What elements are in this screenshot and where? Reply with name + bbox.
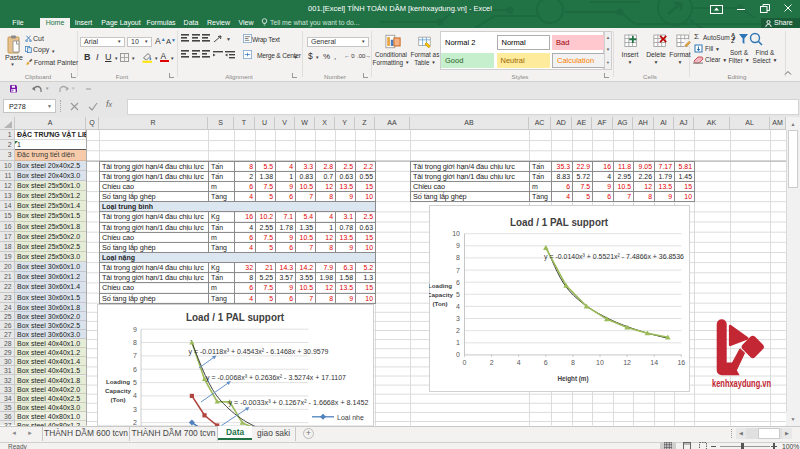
svg-text:8: 8 xyxy=(570,359,574,366)
svg-text:2: 2 xyxy=(133,419,137,426)
svg-text:0: 0 xyxy=(456,351,460,358)
svg-text:y = -0.0140x³ + 0.5521x² - 7.4: y = -0.0140x³ + 0.5521x² - 7.4866x + 36.… xyxy=(544,251,684,260)
svg-text:y = -0.0118x³ + 0.4543x² - 6.1: y = -0.0118x³ + 0.4543x² - 6.1468x + 30.… xyxy=(189,347,329,356)
svg-text:0: 0 xyxy=(462,359,466,366)
svg-text:(Ton): (Ton) xyxy=(432,300,447,307)
svg-text:3: 3 xyxy=(133,405,137,412)
svg-text:7: 7 xyxy=(133,352,137,359)
svg-text:7: 7 xyxy=(456,266,460,273)
svg-text:4: 4 xyxy=(456,302,460,309)
svg-text:12: 12 xyxy=(623,359,631,366)
svg-text:5: 5 xyxy=(456,290,460,297)
svg-text:Capacity: Capacity xyxy=(429,291,453,298)
svg-text:8: 8 xyxy=(133,339,137,346)
svg-text:kenhxaydung.vn: kenhxaydung.vn xyxy=(712,378,771,389)
svg-text:6: 6 xyxy=(543,359,547,366)
svg-text:y = -0.0033x³ + 0.1267x² - 1.6: y = -0.0033x³ + 0.1267x² - 1.6668x + 8.1… xyxy=(229,398,369,407)
svg-text:y = -0.0068x³ + 0.2636x² - 3.5: y = -0.0068x³ + 0.2636x² - 3.5274x + 17.… xyxy=(206,373,346,382)
svg-text:1: 1 xyxy=(456,339,460,346)
svg-text:8: 8 xyxy=(456,254,460,261)
svg-text:4: 4 xyxy=(516,359,520,366)
svg-text:6: 6 xyxy=(456,278,460,285)
svg-text:9: 9 xyxy=(133,325,137,332)
svg-text:10: 10 xyxy=(596,359,604,366)
svg-text:Load / 1 PAL support: Load / 1 PAL support xyxy=(510,215,608,227)
svg-text:2: 2 xyxy=(456,327,460,334)
svg-text:Height (m): Height (m) xyxy=(557,374,588,382)
svg-text:9: 9 xyxy=(456,242,460,249)
svg-text:3: 3 xyxy=(456,315,460,322)
svg-text:6: 6 xyxy=(133,365,137,372)
svg-text:Load / 1 PAL support: Load / 1 PAL support xyxy=(186,310,284,322)
svg-text:Loại nhẹ: Loại nhẹ xyxy=(337,413,364,420)
svg-text:16: 16 xyxy=(677,359,685,366)
svg-text:2: 2 xyxy=(489,359,493,366)
svg-text:14: 14 xyxy=(650,359,658,366)
svg-text:Loading: Loading xyxy=(429,282,452,289)
svg-text:10: 10 xyxy=(452,230,460,237)
